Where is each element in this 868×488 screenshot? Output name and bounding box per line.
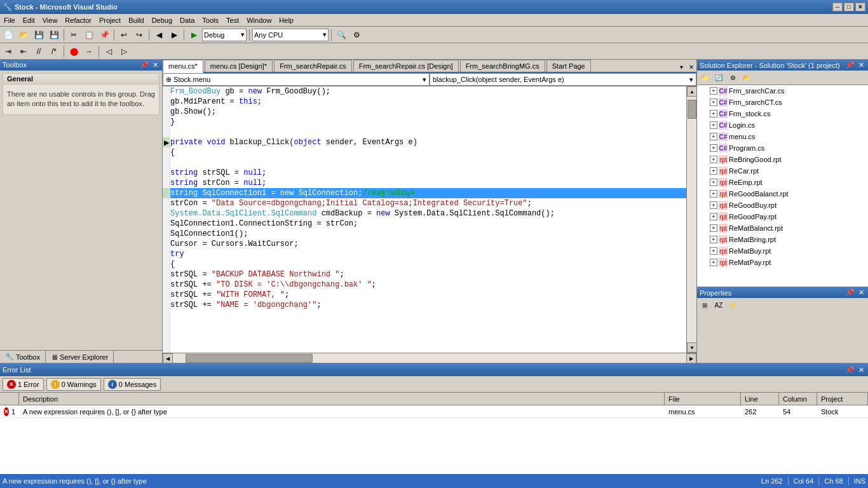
vertical-scrollbar[interactable]: ▲ ▼ bbox=[686, 86, 696, 353]
expand-icon[interactable]: + bbox=[710, 247, 717, 255]
scroll-thumb[interactable] bbox=[688, 100, 696, 119]
prop-pin-button[interactable]: 📌 bbox=[844, 288, 856, 297]
se-pin-button[interactable]: 📌 bbox=[844, 61, 856, 69]
se-item-rematbalanct[interactable]: + rpt ReMatBalanct.rpt bbox=[697, 222, 868, 234]
prop-alphabetical-button[interactable]: AZ bbox=[712, 299, 725, 311]
toolbox-close-button[interactable]: ✕ bbox=[151, 61, 159, 69]
se-item-rebringgood[interactable]: + rpt ReBringGood.rpt bbox=[697, 154, 868, 165]
method-dropdown[interactable]: blackup_Click(object sender, EventArgs e… bbox=[430, 73, 696, 86]
scroll-track[interactable] bbox=[687, 97, 696, 342]
menu-project[interactable]: Project bbox=[95, 15, 125, 25]
error-list-close-button[interactable]: ✕ bbox=[857, 366, 865, 374]
expand-icon[interactable]: + bbox=[710, 110, 717, 118]
scroll-down-button[interactable]: ▼ bbox=[687, 342, 696, 353]
se-item-frm-srarch-car[interactable]: + C# Frm_srarchCar.cs bbox=[697, 85, 868, 97]
menu-build[interactable]: Build bbox=[125, 15, 147, 25]
se-item-frm-stock[interactable]: + C# Frm_stock.cs bbox=[697, 108, 868, 119]
se-item-recar[interactable]: + rpt ReCar.rpt bbox=[697, 165, 868, 177]
expand-icon[interactable]: + bbox=[710, 167, 717, 175]
se-item-rematbring[interactable]: + rpt ReMatBring.rpt bbox=[697, 234, 868, 245]
nav-back2-button[interactable]: ◁ bbox=[102, 45, 116, 58]
se-item-regoodbuy[interactable]: + rpt ReGoodBuy.rpt bbox=[697, 200, 868, 211]
expand-icon[interactable]: + bbox=[710, 121, 717, 129]
outdent-button[interactable]: ⇤ bbox=[17, 45, 31, 58]
menu-refactor[interactable]: Refactor bbox=[61, 15, 95, 25]
se-item-login[interactable]: + C# Login.cs bbox=[697, 119, 868, 131]
se-item-rematpay[interactable]: + rpt ReMatPay.rpt bbox=[697, 257, 868, 268]
indent-button[interactable]: ⇥ bbox=[1, 45, 15, 58]
se-item-reemp[interactable]: + rpt ReEmp.rpt bbox=[697, 177, 868, 188]
settings-button[interactable]: ⚙ bbox=[349, 29, 363, 41]
menu-file[interactable]: File bbox=[0, 15, 19, 25]
save-all-button[interactable]: 💾 bbox=[47, 29, 61, 41]
nav-back-button[interactable]: ◀ bbox=[152, 29, 166, 41]
col-file[interactable]: File bbox=[665, 393, 741, 405]
breakpoint-button[interactable]: ⬤ bbox=[67, 45, 81, 58]
server-explorer-tab[interactable]: 🖥 Server Explorer bbox=[46, 351, 114, 363]
error-row-1[interactable]: ✕ 1 A new expression requires (), [], or… bbox=[0, 405, 868, 418]
close-button[interactable]: ✕ bbox=[855, 3, 865, 11]
menu-help[interactable]: Help bbox=[275, 15, 297, 25]
tab-list-button[interactable]: ▾ bbox=[676, 62, 686, 72]
save-button[interactable]: 💾 bbox=[32, 29, 46, 41]
horizontal-scrollbar[interactable]: ◀ ▶ bbox=[163, 353, 696, 363]
paste-button[interactable]: 📌 bbox=[97, 29, 111, 41]
nav-fwd2-button[interactable]: ▷ bbox=[117, 45, 131, 58]
class-dropdown[interactable]: ⊕ Stock.menu ▾ bbox=[163, 73, 430, 86]
expand-icon[interactable]: + bbox=[710, 236, 717, 243]
scroll-h-thumb[interactable] bbox=[186, 354, 313, 363]
scroll-up-button[interactable]: ▲ bbox=[687, 86, 696, 97]
maximize-button[interactable]: □ bbox=[844, 3, 854, 11]
toolbox-pin-button[interactable]: 📌 bbox=[139, 61, 150, 69]
se-item-regoodbalanct[interactable]: + rpt ReGoodBalanct.rpt bbox=[697, 188, 868, 200]
prop-close-button[interactable]: ✕ bbox=[857, 288, 865, 297]
se-item-program[interactable]: + C# Program.cs bbox=[697, 142, 868, 154]
expand-icon[interactable]: + bbox=[710, 190, 717, 198]
message-count-badge[interactable]: i 0 Messages bbox=[104, 378, 161, 391]
comment-button[interactable]: // bbox=[32, 45, 46, 58]
tab-frm-search-repair-design[interactable]: Frm_searchRepair.cs [Design] bbox=[353, 60, 459, 72]
new-project-button[interactable]: 📄 bbox=[1, 29, 15, 41]
prop-categorized-button[interactable]: ⊞ bbox=[698, 299, 711, 311]
se-item-regoodpay[interactable]: + rpt ReGoodPay.rpt bbox=[697, 211, 868, 222]
menu-view[interactable]: View bbox=[39, 15, 62, 25]
menu-window[interactable]: Window bbox=[243, 15, 275, 25]
se-item-menu[interactable]: + C# menu.cs bbox=[697, 131, 868, 142]
find-button[interactable]: 🔍 bbox=[334, 29, 348, 41]
se-show-all-button[interactable]: 📁 bbox=[698, 72, 711, 83]
menu-test[interactable]: Test bbox=[222, 15, 243, 25]
tab-frm-search-bring[interactable]: Frm_searchBringMG.cs bbox=[460, 60, 545, 72]
se-item-rematbuy[interactable]: + rpt ReMatBuy.rpt bbox=[697, 245, 868, 257]
menu-data[interactable]: Data bbox=[176, 15, 198, 25]
error-list-pin-button[interactable]: 📌 bbox=[844, 366, 856, 374]
menu-edit[interactable]: Edit bbox=[19, 15, 39, 25]
tab-menu-cs[interactable]: menu.cs* bbox=[163, 60, 203, 73]
scroll-right-button[interactable]: ▶ bbox=[686, 353, 696, 363]
step-over-button[interactable]: → bbox=[82, 45, 96, 58]
expand-icon[interactable]: + bbox=[710, 259, 717, 266]
col-description[interactable]: Description bbox=[19, 393, 665, 405]
scroll-left-button[interactable]: ◀ bbox=[163, 353, 173, 363]
expand-icon[interactable]: + bbox=[710, 98, 717, 106]
redo-button[interactable]: ↪ bbox=[132, 29, 146, 41]
prop-events-button[interactable]: ⚡ bbox=[726, 299, 739, 311]
menu-tools[interactable]: Tools bbox=[198, 15, 222, 25]
tab-start-page[interactable]: Start Page bbox=[546, 60, 591, 72]
error-count-badge[interactable]: ✕ 1 Error bbox=[3, 378, 44, 391]
col-project[interactable]: Project bbox=[817, 393, 868, 405]
scroll-h-track[interactable] bbox=[173, 353, 686, 363]
expand-icon[interactable]: + bbox=[710, 201, 717, 209]
col-line[interactable]: Line bbox=[741, 393, 779, 405]
undo-button[interactable]: ↩ bbox=[117, 29, 131, 41]
uncomment-button[interactable]: /* bbox=[47, 45, 61, 58]
tab-menu-cs-design[interactable]: menu.cs [Design]* bbox=[205, 60, 273, 72]
menu-debug[interactable]: Debug bbox=[148, 15, 176, 25]
toolbox-tab[interactable]: 🔧 Toolbox bbox=[0, 351, 46, 363]
code-editor[interactable]: Frm_GoodBuy gb = new Frm_GoodBuy(); gb.M… bbox=[170, 86, 686, 353]
open-button[interactable]: 📂 bbox=[17, 29, 31, 41]
expand-icon[interactable]: + bbox=[710, 144, 717, 152]
copy-button[interactable]: 📋 bbox=[82, 29, 96, 41]
se-item-frm-srarch-ct[interactable]: + C# Frm_srarchCT.cs bbox=[697, 97, 868, 108]
expand-icon[interactable]: + bbox=[710, 133, 717, 140]
se-properties-button[interactable]: ⚙ bbox=[726, 72, 739, 83]
